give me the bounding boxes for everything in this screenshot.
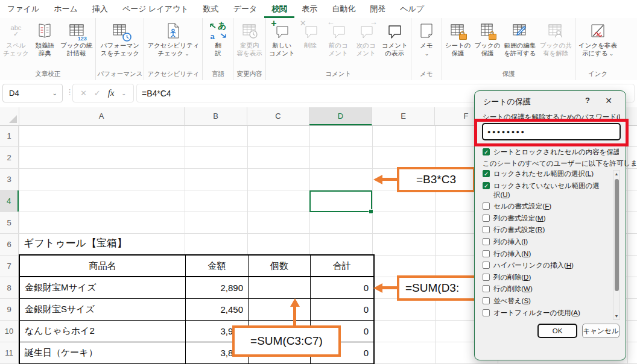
option-delete-columns[interactable]: 列の削除(D) bbox=[483, 273, 606, 282]
scroll-down-icon[interactable]: ▼ bbox=[613, 314, 620, 318]
new-comment-button[interactable]: + 新しい コメント bbox=[267, 19, 297, 57]
chevron-down-icon[interactable]: ⌄ bbox=[52, 90, 57, 96]
tab-developer[interactable]: 開発 bbox=[363, 0, 393, 18]
checkbox-icon[interactable] bbox=[483, 262, 490, 269]
tab-automate[interactable]: 自動化 bbox=[325, 0, 363, 18]
row-header-3[interactable]: 3 bbox=[0, 169, 19, 190]
option-format-cells[interactable]: セルの書式設定(F) bbox=[483, 202, 606, 211]
cell-a1-title[interactable]: ギフトゥール【宝箱】 bbox=[24, 233, 127, 254]
column-header-b[interactable]: B bbox=[185, 107, 247, 125]
tab-view[interactable]: 表示 bbox=[294, 0, 325, 18]
checkbox-icon[interactable] bbox=[483, 148, 490, 155]
row-header-2[interactable]: 2 bbox=[0, 147, 19, 168]
cell-d4[interactable]: 0 bbox=[311, 299, 373, 321]
dialog-scrollbar[interactable]: ▲ ▼ bbox=[613, 170, 620, 320]
option-insert-rows[interactable]: 行の挿入(N) bbox=[483, 249, 606, 259]
row-header-7[interactable]: 7 bbox=[0, 256, 19, 277]
delete-comment-button[interactable]: ✕ 削除 bbox=[297, 19, 325, 49]
cancel-button[interactable]: キャンセル bbox=[582, 324, 620, 338]
scrollbar-thumb[interactable] bbox=[615, 179, 619, 291]
cancel-entry-icon[interactable]: ✕ bbox=[80, 89, 87, 98]
option-select-unlocked-cells[interactable]: ロックされていないセル範囲の選択(U) bbox=[483, 181, 606, 199]
checkbox-icon[interactable] bbox=[483, 202, 490, 210]
notes-button[interactable]: メモ⌄ bbox=[413, 19, 440, 57]
translate-button[interactable]: あa 翻 訳 bbox=[204, 19, 232, 57]
row-header-4[interactable]: 4 bbox=[0, 190, 19, 212]
thesaurus-button[interactable]: 類義語 辞典 bbox=[31, 19, 59, 57]
protect-contents-checkbox[interactable]: シートとロックされたセルの内容を保護する(C) bbox=[483, 148, 619, 157]
column-header-c[interactable]: C bbox=[247, 107, 309, 125]
fill-handle[interactable] bbox=[369, 209, 373, 214]
enter-entry-icon[interactable]: ✓ bbox=[94, 89, 101, 98]
previous-comment-button[interactable]: ← 前のコ メント bbox=[325, 19, 352, 57]
row-header-11[interactable]: 11 bbox=[0, 342, 19, 363]
tab-review[interactable]: 校閲 bbox=[264, 0, 294, 18]
help-icon[interactable]: ? bbox=[581, 96, 594, 105]
checkbox-icon[interactable] bbox=[483, 274, 490, 281]
row-header-5[interactable]: 5 bbox=[0, 212, 19, 233]
name-box[interactable]: D4 ⌄ bbox=[2, 84, 63, 102]
option-delete-rows[interactable]: 行の削除(W) bbox=[483, 284, 606, 293]
close-icon[interactable]: ✕ bbox=[600, 94, 617, 107]
tab-file[interactable]: ファイル bbox=[0, 0, 46, 18]
cell-a3[interactable]: 金銀財宝Mサイズ bbox=[20, 277, 186, 299]
table-header-total[interactable]: 合計 bbox=[311, 256, 373, 277]
checkbox-icon[interactable] bbox=[483, 226, 490, 233]
tab-formulas[interactable]: 数式 bbox=[196, 0, 226, 18]
checkbox-icon[interactable] bbox=[483, 297, 490, 304]
next-comment-button[interactable]: → 次のコ メント bbox=[352, 19, 380, 57]
tab-help[interactable]: ヘルプ bbox=[393, 0, 431, 18]
option-use-autofilter[interactable]: オートフィルターの使用(A) bbox=[483, 309, 606, 318]
option-format-rows[interactable]: 行の書式設定(R) bbox=[483, 225, 606, 234]
select-all-corner[interactable] bbox=[0, 107, 19, 125]
scroll-up-icon[interactable]: ▲ bbox=[613, 172, 620, 176]
row-header-8[interactable]: 8 bbox=[0, 277, 19, 298]
password-input[interactable]: ●●●●●●●● bbox=[482, 123, 621, 140]
row-header-1[interactable]: 1 bbox=[0, 125, 19, 146]
tab-data[interactable]: データ bbox=[226, 0, 265, 18]
check-performance-button[interactable]: パフォーマン スをチェック bbox=[99, 19, 141, 57]
checkbox-icon[interactable] bbox=[483, 250, 490, 257]
cell-b4[interactable]: 2,450 bbox=[186, 299, 249, 321]
checkbox-icon[interactable] bbox=[483, 170, 490, 177]
cell-c3[interactable] bbox=[249, 277, 311, 299]
allow-edit-ranges-button[interactable]: 範囲の編集 を許可する bbox=[502, 19, 537, 57]
protect-workbook-button[interactable]: ブックの 保護 bbox=[472, 19, 502, 57]
row-header-9[interactable]: 9 bbox=[0, 299, 19, 320]
show-changes-button[interactable]: 変更内 容を表示 bbox=[235, 19, 264, 57]
option-format-columns[interactable]: 列の書式設定(M) bbox=[483, 214, 606, 223]
row-header-6[interactable]: 6 bbox=[0, 234, 19, 255]
hide-ink-button[interactable]: インクを非表 示にする⌄ bbox=[577, 19, 619, 57]
column-header-a[interactable]: A bbox=[19, 107, 185, 125]
protect-sheet-button[interactable]: シートの 保護 bbox=[443, 19, 473, 57]
cell-a6[interactable]: 誕生日（ケーキ） bbox=[20, 342, 186, 364]
option-insert-hyperlinks[interactable]: ハイパーリンクの挿入(H) bbox=[483, 261, 606, 270]
cell-c4[interactable] bbox=[249, 299, 311, 321]
spell-check-button[interactable]: abc✓ スペル チェック bbox=[1, 19, 31, 57]
column-header-e[interactable]: E bbox=[372, 107, 435, 125]
accessibility-check-button[interactable]: アクセシビリティ チェック⌄ bbox=[145, 19, 201, 57]
checkbox-icon[interactable] bbox=[483, 309, 490, 316]
table-header-price[interactable]: 金額 bbox=[186, 256, 249, 277]
table-header-quantity[interactable]: 個数 bbox=[249, 256, 311, 277]
unshare-workbook-button[interactable]: ブックの共 有を解除 bbox=[538, 19, 574, 57]
workbook-statistics-button[interactable]: 123 ブックの統 計情報 bbox=[59, 19, 94, 57]
cell-a4[interactable]: 金銀財宝Sサイズ bbox=[20, 299, 186, 321]
option-sort[interactable]: 並べ替え(S) bbox=[483, 297, 606, 306]
column-header-d[interactable]: D bbox=[309, 107, 372, 125]
insert-function-icon[interactable]: fx bbox=[108, 88, 115, 98]
option-insert-columns[interactable]: 列の挿入(I) bbox=[483, 237, 606, 246]
cell-d3[interactable]: 0 bbox=[311, 277, 373, 299]
checkbox-icon[interactable] bbox=[483, 215, 490, 222]
checkbox-icon[interactable] bbox=[483, 238, 490, 245]
checkbox-icon[interactable] bbox=[483, 285, 490, 292]
chevron-down-icon[interactable]: ⌄ bbox=[121, 90, 126, 96]
tab-page-layout[interactable]: ページ レイアウト bbox=[115, 0, 196, 18]
option-use-pivottables[interactable]: ピボットテーブルとピボットグラフを使用する (V) bbox=[483, 320, 606, 321]
table-header-product[interactable]: 商品名 bbox=[20, 256, 186, 277]
option-select-locked-cells[interactable]: ロックされたセル範囲の選択(L) bbox=[483, 169, 606, 178]
tab-insert[interactable]: 挿入 bbox=[85, 0, 115, 18]
ok-button[interactable]: OK bbox=[537, 324, 577, 338]
show-comments-button[interactable]: コメント の表示 bbox=[380, 19, 410, 57]
row-header-10[interactable]: 10 bbox=[0, 321, 19, 342]
